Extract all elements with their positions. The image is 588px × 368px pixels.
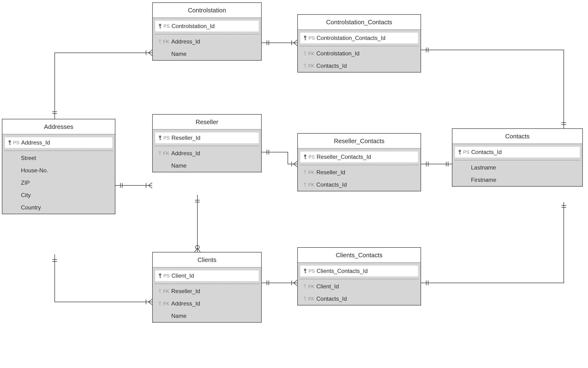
key-icon [302,51,308,56]
table-row: FK Contacts_Id [298,293,420,305]
column-name: Client_Id [171,272,194,279]
svg-point-46 [304,269,306,271]
table-row: City [2,189,115,201]
svg-rect-45 [160,305,161,306]
entity-title: Addresses [2,119,115,135]
key-tag: FK [308,63,316,69]
svg-point-4 [159,39,161,42]
svg-point-1 [159,24,161,26]
key-icon [457,149,463,155]
key-tag: PS [308,268,317,274]
column-name: Firstname [471,177,496,183]
column-name: Contacts_Id [316,181,347,188]
svg-point-16 [9,140,11,143]
table-row: House-No. [2,164,115,177]
key-tag: FK [163,301,171,306]
key-tag: PS [308,154,317,160]
svg-rect-30 [305,174,306,175]
key-tag: PS [163,135,171,141]
key-tag: FK [163,151,171,156]
pk-row: PS Clients_Contacts_Id [300,265,419,277]
column-name: Reseller_Id [171,135,200,141]
entity-addresses: Addresses PS Address_Id Street House-No.… [2,119,115,214]
key-icon [302,169,308,175]
svg-rect-6 [160,43,161,44]
table-row: Name [153,310,261,322]
table-row: Name [153,159,261,172]
column-name: Contacts_Id [316,295,347,302]
key-icon [157,23,163,29]
svg-point-19 [159,136,161,138]
svg-rect-54 [305,300,306,301]
column-name: Country [21,204,41,211]
column-name: Name [171,51,187,57]
key-icon [302,284,308,289]
key-icon [157,39,163,45]
svg-point-37 [159,273,161,276]
pk-row: PS Address_Id [4,137,113,148]
svg-rect-18 [9,144,11,145]
table-row: FK Contacts_Id [298,60,420,72]
table-row: Street [2,152,115,164]
svg-rect-21 [160,139,161,140]
entity-title: Reseller [153,115,261,130]
svg-point-34 [459,150,461,152]
column-name: Reseller_Contacts_Id [317,154,371,160]
svg-rect-12 [305,55,306,56]
pk-row: PS Contacts_Id [454,146,580,158]
pk-row: PS Client_Id [155,270,259,282]
svg-rect-24 [160,155,161,156]
key-icon [302,182,308,188]
column-name: Controlstation_Id [316,50,359,57]
key-icon [157,150,163,156]
svg-rect-27 [305,158,306,159]
key-tag: FK [308,182,316,188]
column-name: Controlstation_Contacts_Id [317,35,386,41]
key-icon [302,35,308,41]
key-tag: FK [163,289,171,294]
svg-rect-42 [160,293,161,293]
key-tag: FK [163,39,171,45]
key-icon [302,154,308,160]
column-name: Street [21,155,36,161]
table-row: Firstname [452,174,582,186]
column-name: Reseller_Id [171,288,200,294]
key-tag: FK [308,284,316,289]
column-name: Controlstation_Id [171,23,215,29]
pk-row: PS Reseller_Id [155,132,259,144]
table-row: Name [153,48,261,60]
svg-point-7 [304,36,306,38]
key-tag: PS [13,140,21,146]
svg-rect-39 [160,277,161,278]
svg-point-13 [304,64,306,66]
column-name: Client_Id [316,283,339,290]
svg-point-49 [304,284,306,286]
column-name: Address_Id [171,300,200,307]
entity-title: Controlstation_Contacts [298,15,420,30]
entity-title: Controlstation [153,3,261,18]
pk-row: PS Controlstation_Id [155,20,259,32]
svg-rect-48 [305,272,306,273]
entity-controlstation-contacts: Controlstation_Contacts PS Controlstatio… [297,14,421,73]
table-row: FK Address_Id [153,147,261,159]
key-icon [302,296,308,302]
svg-point-10 [304,51,306,54]
table-row: FK Address_Id [153,297,261,310]
column-name: Contacts_Id [471,149,502,156]
table-row: FK Contacts_Id [298,179,420,191]
table-row: FK Reseller_Id [153,285,261,297]
entity-clients-contacts: Clients_Contacts PS Clients_Contacts_Id … [297,247,421,305]
column-name: Name [171,162,187,169]
svg-rect-36 [459,154,461,154]
column-name: Address_Id [171,38,200,45]
svg-point-28 [304,170,306,172]
column-name: House-No. [21,167,48,174]
table-row: ZIP [2,177,115,189]
key-tag: PS [308,36,317,41]
key-tag: PS [163,24,171,29]
column-name: ZIP [21,179,30,186]
column-name: Clients_Contacts_Id [317,268,368,274]
entity-reseller-contacts: Reseller_Contacts PS Reseller_Contacts_I… [297,133,421,191]
table-row: Country [2,201,115,214]
key-tag: FK [308,296,316,302]
